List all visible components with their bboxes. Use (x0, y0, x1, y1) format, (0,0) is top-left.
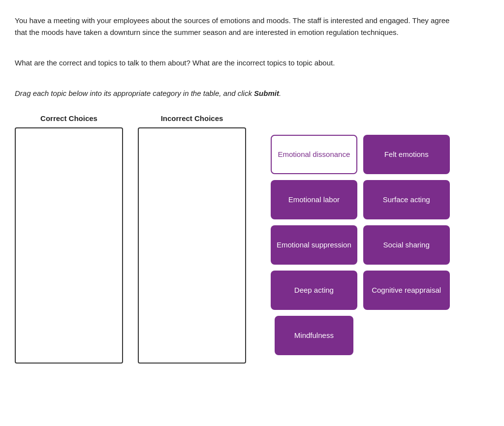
topic-emotional-suppression[interactable]: Emotional suppression (271, 225, 357, 265)
topic-deep-acting[interactable]: Deep acting (271, 271, 357, 310)
drag-instruction: Drag each topic below into its appropria… (15, 88, 458, 99)
topic-cognitive-reappraisal[interactable]: Cognitive reappraisal (363, 271, 450, 310)
main-area: Correct Choices Incorrect Choices Emotio… (15, 114, 489, 364)
intro-paragraph1: You have a meeting with your employees a… (15, 15, 458, 38)
topic-emotional-labor[interactable]: Emotional labor (271, 180, 357, 219)
topic-social-sharing[interactable]: Social sharing (363, 225, 450, 265)
topic-mindfulness[interactable]: Mindfulness (275, 316, 353, 355)
topic-emotional-dissonance[interactable]: Emotional dissonance (271, 135, 357, 174)
intro-paragraph2: What are the correct and topics to talk … (15, 57, 458, 69)
incorrect-drop-zone[interactable] (138, 127, 246, 364)
topics-grid: Emotional dissonance Felt emotions Emoti… (271, 135, 450, 355)
correct-drop-zone[interactable] (15, 127, 123, 364)
incorrect-choices-label: Incorrect Choices (161, 114, 223, 122)
correct-choices-label: Correct Choices (40, 114, 97, 122)
topic-surface-acting[interactable]: Surface acting (363, 180, 450, 219)
topic-felt-emotions[interactable]: Felt emotions (363, 135, 450, 174)
incorrect-choices-column: Incorrect Choices (138, 114, 246, 364)
correct-choices-column: Correct Choices (15, 114, 123, 364)
